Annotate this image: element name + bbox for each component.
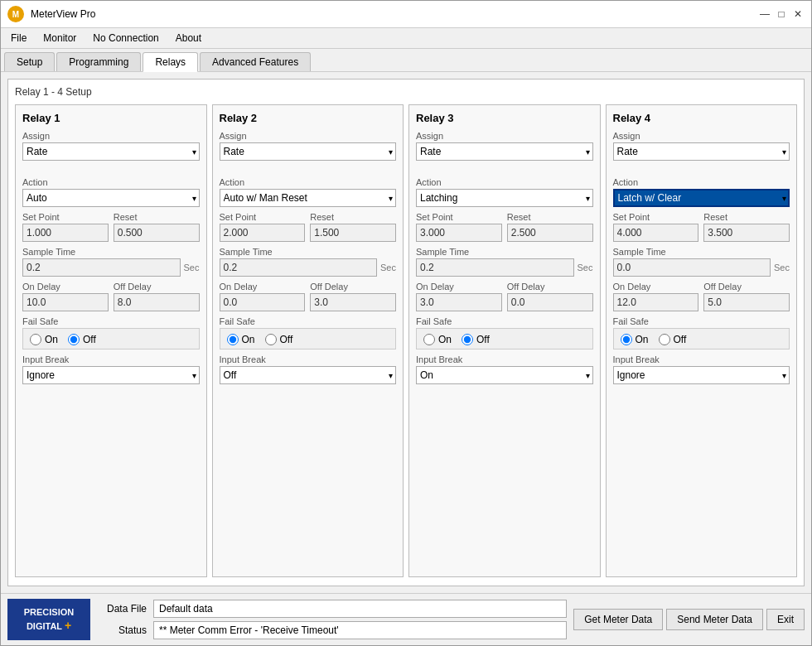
relay-2-failsafe-on-radio[interactable] bbox=[227, 334, 239, 345]
app-icon: M bbox=[7, 6, 24, 22]
relay-3-failsafe-on-label[interactable]: On bbox=[423, 334, 452, 345]
relay-4-assign-label: Assign bbox=[613, 131, 790, 141]
relay-1-failsafe-off-radio[interactable] bbox=[68, 334, 80, 345]
relay-1-off-delay-input[interactable] bbox=[114, 293, 200, 311]
relay-4-failsafe-on-label[interactable]: On bbox=[621, 334, 649, 345]
relay-1-on-delay-input[interactable] bbox=[22, 293, 109, 311]
exit-button[interactable]: Exit bbox=[766, 609, 805, 630]
relay-4-on-delay-input[interactable] bbox=[613, 293, 699, 311]
logo-line1: PRECISION bbox=[24, 606, 75, 618]
tab-setup[interactable]: Setup bbox=[4, 52, 55, 71]
relay-4-setpoint-label: Set Point bbox=[613, 212, 699, 222]
relay-2-title: Relay 2 bbox=[220, 112, 397, 124]
send-meter-data-button[interactable]: Send Meter Data bbox=[666, 609, 763, 630]
relay-3-setpoint-input[interactable] bbox=[416, 224, 502, 242]
minimize-button[interactable]: — bbox=[758, 7, 771, 21]
relay-3-inputbreak-select[interactable]: IgnoreOffOnHold Last bbox=[416, 366, 593, 384]
relay-2-failsafe-off-radio[interactable] bbox=[265, 334, 277, 345]
relay-1-inputbreak-select[interactable]: IgnoreOffOnHold Last bbox=[22, 366, 200, 384]
relay-2-inputbreak-select[interactable]: IgnoreOffOnHold Last bbox=[220, 366, 397, 384]
relay-2-assign-label: Assign bbox=[220, 131, 397, 141]
relay-4-failsafe-on-radio[interactable] bbox=[621, 334, 632, 345]
footer-status-label: Status bbox=[97, 624, 147, 636]
relay-3-delays: On Delay Off Delay bbox=[416, 282, 593, 311]
relay-1-delays: On Delay Off Delay bbox=[22, 282, 200, 311]
tab-programming[interactable]: Programming bbox=[56, 52, 141, 71]
menu-about[interactable]: About bbox=[169, 30, 208, 46]
relay-2-off-delay-input[interactable] bbox=[310, 293, 396, 311]
footer-buttons: Get Meter Data Send Meter Data Exit bbox=[573, 609, 805, 630]
relay-4-sample-row: Sec bbox=[613, 258, 790, 277]
relay-4-reset-label: Reset bbox=[703, 212, 790, 222]
relay-3-on-delay-input[interactable] bbox=[416, 293, 502, 311]
relay-2-assign-select[interactable]: RateTotalInput bbox=[220, 142, 397, 161]
relay-2-sample-input[interactable] bbox=[220, 258, 378, 277]
relay-3-reset-input[interactable] bbox=[507, 224, 593, 242]
relay-1-setpoint-input[interactable] bbox=[22, 224, 109, 242]
get-meter-data-button[interactable]: Get Meter Data bbox=[573, 609, 663, 630]
relay-4-action-select[interactable]: AutoAuto w/ Man ResetLatchingLatch w/ Cl… bbox=[613, 189, 790, 207]
relay-1-sample-group: Sample Time Sec bbox=[22, 247, 200, 277]
relay-1-assign-select[interactable]: RateTotalInput bbox=[22, 142, 200, 161]
tab-relays[interactable]: Relays bbox=[143, 52, 198, 72]
relay-2-sample-label: Sample Time bbox=[220, 247, 397, 257]
relay-4-failsafe-off-label[interactable]: Off bbox=[659, 334, 687, 345]
relay-2-setpoint-reset: Set Point Reset bbox=[220, 212, 397, 242]
relay-1-sample-label: Sample Time bbox=[22, 247, 200, 257]
title-bar-left: M MeterView Pro bbox=[7, 6, 95, 22]
relay-1-sample-input[interactable] bbox=[22, 258, 181, 277]
relay-1-action-wrapper: AutoAuto w/ Man ResetLatchingLatch w/ Cl… bbox=[22, 189, 200, 207]
relay-3-failsafe-off-radio[interactable] bbox=[462, 334, 473, 345]
relay-2-reset-group: Reset bbox=[310, 212, 396, 242]
relay-3-assign-select[interactable]: RateTotalInput bbox=[416, 142, 593, 161]
relay-2-reset-input[interactable] bbox=[310, 224, 396, 242]
relay-4-inputbreak-select[interactable]: IgnoreOffOnHold Last bbox=[613, 366, 790, 384]
relay-4-action-group: Action AutoAuto w/ Man ResetLatchingLatc… bbox=[613, 177, 790, 207]
relay-1-failsafe-on-radio[interactable] bbox=[30, 334, 41, 345]
menu-bar: File Monitor No Connection About bbox=[1, 28, 811, 49]
relay-4-sample-input[interactable] bbox=[613, 258, 771, 277]
relay-1-failsafe-off-label[interactable]: Off bbox=[68, 334, 96, 345]
footer-datafile-input[interactable] bbox=[153, 600, 567, 618]
close-button[interactable]: ✕ bbox=[791, 7, 805, 21]
relay-2-failsafe-box: On Off bbox=[220, 328, 397, 350]
relay-4-failsafe-radios: On Off bbox=[621, 334, 783, 345]
relay-3-sample-input[interactable] bbox=[416, 258, 574, 277]
relay-1-failsafe-radios: On Off bbox=[30, 334, 192, 345]
relay-3-off-delay-input[interactable] bbox=[507, 293, 593, 311]
relay-2-setpoint-input[interactable] bbox=[220, 224, 306, 242]
relay-1-reset-input[interactable] bbox=[114, 224, 200, 242]
relay-2-inputbreak-label: Input Break bbox=[220, 354, 397, 364]
relays-container: Relay 1 Assign RateTotalInput Action bbox=[15, 104, 797, 577]
relay-4-setpoint-input[interactable] bbox=[613, 224, 699, 242]
relay-4-off-delay-input[interactable] bbox=[703, 293, 790, 311]
relay-2-action-select[interactable]: AutoAuto w/ Man ResetLatchingLatch w/ Cl… bbox=[220, 189, 397, 207]
relay-3-failsafe-on-radio[interactable] bbox=[423, 334, 435, 345]
maximize-button[interactable]: □ bbox=[775, 7, 788, 21]
menu-file[interactable]: File bbox=[4, 30, 33, 46]
relay-1-on-delay-label: On Delay bbox=[22, 282, 109, 292]
footer-logo: PRECISION DIGITAL + bbox=[7, 599, 90, 640]
relay-3-setpoint-group: Set Point bbox=[416, 212, 502, 242]
relay-3-sample-group: Sample Time Sec bbox=[416, 247, 593, 277]
relay-1-sample-row: Sec bbox=[22, 258, 200, 277]
relay-4-failsafe-off-radio[interactable] bbox=[659, 334, 670, 345]
menu-no-connection[interactable]: No Connection bbox=[86, 30, 165, 46]
relay-1-assign-wrapper: RateTotalInput bbox=[22, 142, 200, 161]
relay-2-on-delay-input[interactable] bbox=[220, 293, 306, 311]
relay-4-off-delay-label: Off Delay bbox=[703, 282, 790, 292]
relay-2-failsafe-off-label[interactable]: Off bbox=[265, 334, 293, 345]
relay-2-setpoint-label: Set Point bbox=[220, 212, 306, 222]
relay-4-setpoint-group: Set Point bbox=[613, 212, 699, 242]
menu-monitor[interactable]: Monitor bbox=[36, 30, 83, 46]
relay-4-title: Relay 4 bbox=[613, 112, 790, 124]
relay-4-assign-select[interactable]: RateTotalInput bbox=[613, 142, 790, 161]
relay-2-off-delay-group: Off Delay bbox=[310, 282, 396, 311]
relay-3-action-select[interactable]: AutoAuto w/ Man ResetLatchingLatch w/ Cl… bbox=[416, 189, 593, 207]
relay-1-failsafe-on-label[interactable]: On bbox=[30, 334, 58, 345]
relay-4-reset-input[interactable] bbox=[703, 224, 790, 242]
relay-2-failsafe-on-label[interactable]: On bbox=[227, 334, 255, 345]
relay-3-failsafe-off-label[interactable]: Off bbox=[462, 334, 490, 345]
relay-1-action-select[interactable]: AutoAuto w/ Man ResetLatchingLatch w/ Cl… bbox=[22, 189, 200, 207]
tab-advanced-features[interactable]: Advanced Features bbox=[200, 52, 311, 71]
